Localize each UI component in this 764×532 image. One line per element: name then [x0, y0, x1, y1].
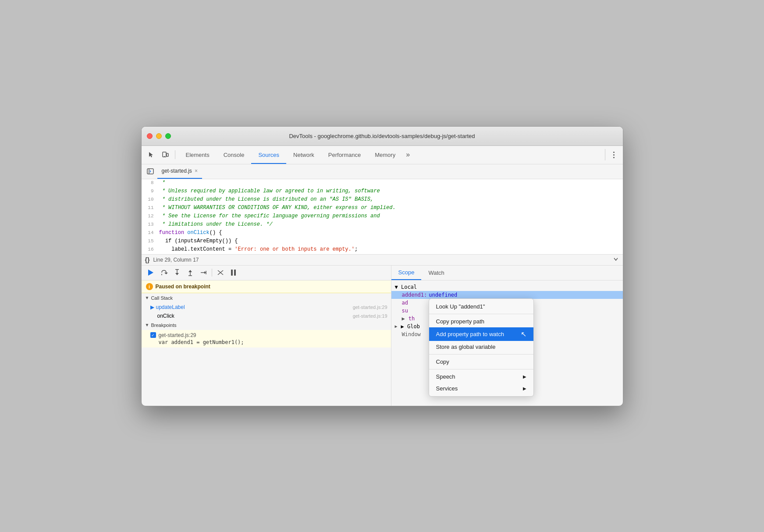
- status-bar: {} Line 29, Column 17: [142, 254, 623, 266]
- call-stack-header[interactable]: ▼ Call Stack: [142, 293, 391, 303]
- triangle-glob-icon: ▶: [395, 324, 398, 329]
- step-into-button[interactable]: [171, 267, 183, 278]
- call-stack-label: Call Stack: [151, 295, 173, 301]
- ctx-services[interactable]: Services ▶: [429, 383, 533, 394]
- ctx-copy[interactable]: Copy: [429, 356, 533, 368]
- file-tab-name: get-started.js: [162, 168, 192, 174]
- step-over-button[interactable]: [158, 267, 170, 278]
- file-tab-bar: get-started.js ×: [142, 164, 623, 179]
- scope-tab-bar: Scope Watch: [391, 266, 623, 280]
- call-arrow-icon: ▶: [150, 304, 154, 310]
- pause-button[interactable]: [228, 267, 239, 278]
- file-tab-get-started[interactable]: get-started.js ×: [157, 164, 202, 179]
- call-item-updateLabel[interactable]: ▶ updateLabel get-started.js:29: [142, 303, 391, 312]
- info-icon: i: [146, 283, 153, 290]
- tab-performance[interactable]: Performance: [321, 145, 368, 164]
- triangle-icon: ▼: [145, 295, 149, 300]
- breakpoint-item: ✓ get-started.js:29 var addend1 = getNum…: [142, 330, 391, 348]
- vertical-separator: [605, 149, 605, 160]
- bottom-panel: i Paused on breakpoint ▼ Call Stack ▶ up…: [142, 266, 623, 406]
- code-line-16: 16 label.textContent = 'Error: one or bo…: [142, 246, 623, 254]
- triangle-bp-icon: ▼: [145, 323, 149, 327]
- bp-code: var addend1 = getNumber1();: [150, 339, 387, 345]
- tab-network[interactable]: Network: [286, 145, 321, 164]
- svg-marker-13: [188, 270, 192, 272]
- traffic-lights: [147, 133, 171, 139]
- left-debug-panel: i Paused on breakpoint ▼ Call Stack ▶ up…: [142, 266, 391, 406]
- toolbar-right: [605, 149, 619, 160]
- maximize-button[interactable]: [165, 133, 171, 139]
- code-line-10: 10 * distributed under the License is di…: [142, 196, 623, 204]
- breakpoints-section: ▼ Breakpoints ✓ get-started.js:29 var ad…: [142, 320, 391, 348]
- debug-separator: [212, 269, 212, 277]
- debug-toolbar: [142, 266, 391, 280]
- ctx-separator-1: [429, 314, 533, 314]
- resume-button[interactable]: [145, 267, 156, 278]
- code-line-12: 12 * See the License for the specific la…: [142, 213, 623, 221]
- paused-banner: i Paused on breakpoint: [142, 280, 391, 293]
- ctx-add-watch[interactable]: Add property path to watch ↖: [429, 327, 533, 341]
- minimize-button[interactable]: [156, 133, 162, 139]
- status-arrow-icon: [612, 255, 619, 264]
- tab-scope[interactable]: Scope: [391, 266, 422, 280]
- titlebar: DevTools - googlechrome.github.io/devtoo…: [142, 127, 623, 146]
- tab-elements[interactable]: Elements: [179, 145, 217, 164]
- deactivate-breakpoints-button[interactable]: [215, 267, 226, 278]
- bp-file-name: get-started.js:29: [159, 332, 196, 338]
- code-editor: 8 * 9 * Unless required by applicable la…: [142, 179, 623, 254]
- ctx-store-global[interactable]: Store as global variable: [429, 341, 533, 353]
- devtools-window: DevTools - googlechrome.github.io/devtoo…: [141, 126, 623, 406]
- svg-marker-10: [175, 273, 179, 275]
- context-menu: Look Up "addend1" Copy property path Add…: [429, 298, 534, 397]
- main-toolbar: Elements Console Sources Network Perform…: [142, 146, 623, 164]
- svg-marker-7: [164, 273, 168, 274]
- sidebar-toggle-icon[interactable]: [145, 166, 156, 177]
- more-options-button[interactable]: [609, 149, 619, 160]
- right-scope-panel: Scope Watch ▼ Local addend1: undefined a…: [391, 266, 623, 406]
- paused-message: Paused on breakpoint: [156, 284, 210, 290]
- breakpoints-label: Breakpoints: [151, 323, 176, 328]
- window-title: DevTools - googlechrome.github.io/devtoo…: [289, 133, 475, 139]
- tab-sources[interactable]: Sources: [251, 145, 286, 164]
- code-line-8: 8 *: [142, 179, 623, 188]
- step-out-button[interactable]: [185, 267, 196, 278]
- svg-line-6: [150, 171, 151, 172]
- code-line-9: 9 * Unless required by applicable law or…: [142, 188, 623, 196]
- format-icon[interactable]: {}: [145, 256, 150, 263]
- close-button[interactable]: [147, 133, 153, 139]
- file-tab-close[interactable]: ×: [195, 168, 198, 174]
- tab-bar: Elements Console Sources Network Perform…: [179, 145, 603, 164]
- code-line-15: 15 if (inputsAreEmpty()) {: [142, 238, 623, 246]
- ctx-lookup[interactable]: Look Up "addend1": [429, 301, 533, 312]
- cursor-pointer-icon: ↖: [521, 330, 526, 338]
- triangle-th-icon: ▶: [402, 316, 405, 322]
- call-stack-section: ▼ Call Stack ▶ updateLabel get-started.j…: [142, 293, 391, 320]
- code-line-13: 13 * limitations under the License. */: [142, 221, 623, 229]
- speech-arrow-icon: ▶: [523, 374, 526, 379]
- ctx-separator-3: [429, 369, 533, 369]
- breakpoints-header[interactable]: ▼ Breakpoints: [142, 320, 391, 330]
- scope-item-addend1[interactable]: addend1: undefined: [391, 291, 623, 299]
- local-section-header[interactable]: ▼ Local: [391, 283, 623, 291]
- call-item-onClick[interactable]: onClick get-started.js:19: [142, 312, 391, 320]
- code-line-11: 11 * WITHOUT WARRANTIES OR CONDITIONS OF…: [142, 204, 623, 213]
- tab-watch[interactable]: Watch: [421, 266, 451, 280]
- toolbar-separator: [175, 150, 175, 159]
- services-arrow-icon: ▶: [523, 386, 526, 391]
- ctx-separator-2: [429, 354, 533, 355]
- ctx-copy-path[interactable]: Copy property path: [429, 316, 533, 327]
- step-button[interactable]: [198, 267, 209, 278]
- ctx-speech[interactable]: Speech ▶: [429, 371, 533, 383]
- code-line-14: 14 function onClick() {: [142, 229, 623, 238]
- cursor-position: Line 29, Column 17: [153, 257, 199, 263]
- svg-rect-1: [167, 153, 168, 156]
- tab-memory[interactable]: Memory: [368, 145, 402, 164]
- tab-console[interactable]: Console: [217, 145, 252, 164]
- cursor-icon[interactable]: [145, 149, 157, 161]
- breakpoint-checkbox[interactable]: ✓: [150, 332, 156, 338]
- more-tabs-button[interactable]: »: [402, 145, 413, 164]
- device-icon[interactable]: [159, 149, 171, 161]
